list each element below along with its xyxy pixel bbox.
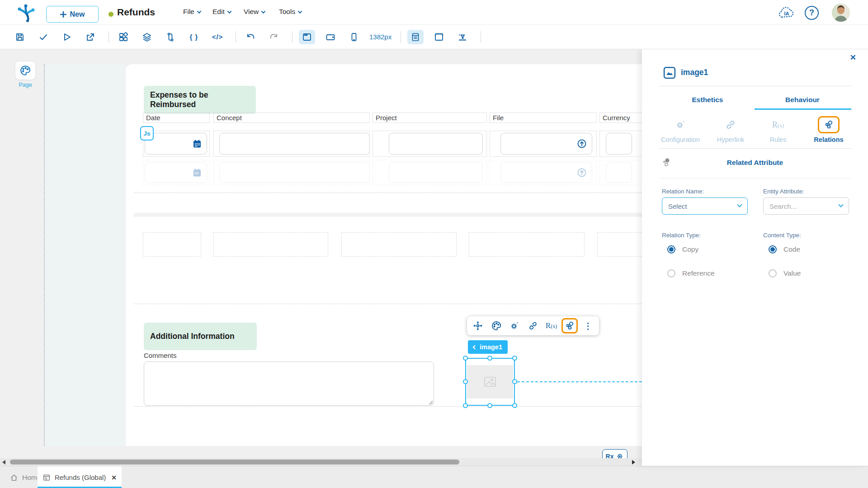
- selection-outline[interactable]: [465, 358, 515, 406]
- subtab-rules[interactable]: R(x) Rules: [758, 116, 798, 143]
- hyperlink-button[interactable]: [525, 318, 541, 333]
- layers-button[interactable]: [139, 30, 155, 44]
- scroll-right-arrow[interactable]: [632, 460, 635, 465]
- rules-button[interactable]: R(x): [543, 318, 560, 333]
- divider: [134, 406, 642, 407]
- empty-grid-cell[interactable]: [469, 232, 585, 257]
- move-button[interactable]: [470, 318, 486, 333]
- date-input[interactable]: [145, 133, 207, 155]
- tab-refunds-global[interactable]: Refunds (Global) ✕: [38, 466, 122, 488]
- window-preview-button[interactable]: [431, 30, 447, 44]
- scrollbar-thumb[interactable]: [10, 460, 459, 465]
- concept-input-ghost: [219, 162, 370, 183]
- configuration-button[interactable]: [506, 318, 523, 333]
- relations-button[interactable]: [561, 318, 578, 333]
- content-type-label: Content Type:: [763, 232, 801, 239]
- empty-grid-cell[interactable]: [213, 232, 328, 257]
- resize-handle[interactable]: [463, 356, 468, 361]
- filter-align-button[interactable]: [454, 30, 471, 44]
- menu-file[interactable]: File: [183, 8, 201, 16]
- ia-badge[interactable]: IA: [778, 6, 796, 20]
- chevron-down-icon: [197, 9, 202, 14]
- subtab-relations[interactable]: Relations: [802, 116, 855, 143]
- more-options-button[interactable]: ⋮: [580, 318, 596, 333]
- radio-selected-icon[interactable]: [667, 245, 675, 253]
- menu-view[interactable]: View: [244, 8, 265, 16]
- export-share-button[interactable]: [82, 30, 99, 44]
- column-header-currency[interactable]: Currency: [599, 113, 642, 123]
- braces-button[interactable]: { }: [186, 30, 202, 44]
- js-badge[interactable]: Js: [140, 126, 154, 141]
- resize-handle-icon[interactable]: [429, 400, 433, 405]
- undo-button[interactable]: [242, 30, 259, 44]
- relations-icon: [823, 119, 834, 130]
- esthetics-button[interactable]: [488, 318, 505, 333]
- tab-esthetics[interactable]: Esthetics: [669, 96, 746, 104]
- comments-textarea[interactable]: [144, 361, 434, 406]
- resize-handle[interactable]: [487, 356, 492, 361]
- column-header-concept[interactable]: Concept: [213, 113, 370, 123]
- project-input[interactable]: [389, 133, 483, 155]
- selected-element-chip[interactable]: image1: [468, 340, 508, 354]
- resize-handle[interactable]: [463, 403, 468, 408]
- menu-edit[interactable]: Edit: [212, 8, 231, 16]
- user-avatar[interactable]: [832, 4, 850, 22]
- components-button[interactable]: [115, 30, 132, 44]
- empty-grid-cell[interactable]: [143, 232, 201, 257]
- radio-unselected-icon[interactable]: [667, 269, 675, 277]
- radio-selected-icon[interactable]: [769, 245, 777, 253]
- selected-element-name: image1: [480, 343, 502, 351]
- radio-copy[interactable]: Copy: [667, 245, 698, 253]
- menu-tools[interactable]: Tools: [279, 8, 302, 16]
- redo-button[interactable]: [266, 30, 282, 44]
- resize-handle[interactable]: [512, 403, 517, 408]
- close-tab-icon[interactable]: ✕: [111, 474, 117, 481]
- divider: [134, 192, 642, 193]
- resize-handle[interactable]: [487, 403, 492, 408]
- column-header-date[interactable]: Date: [143, 113, 210, 123]
- desktop-view-button[interactable]: [299, 30, 315, 44]
- relation-name-select[interactable]: Select: [662, 197, 748, 215]
- mobile-view-button[interactable]: [346, 30, 362, 44]
- radio-code[interactable]: Code: [769, 245, 800, 253]
- column-header-file[interactable]: File: [490, 113, 597, 123]
- validate-button[interactable]: [35, 30, 52, 44]
- save-button[interactable]: [12, 30, 28, 44]
- tab-behaviour[interactable]: Behaviour: [764, 96, 841, 104]
- dataflow-button[interactable]: [162, 30, 179, 44]
- resize-handle[interactable]: [512, 379, 517, 384]
- toolbar-separator: [481, 31, 481, 43]
- radio-value[interactable]: Value: [769, 269, 801, 277]
- empty-grid-cell[interactable]: [341, 232, 457, 257]
- section-header-additional[interactable]: Additional Information: [144, 323, 257, 350]
- concept-input[interactable]: [219, 133, 370, 155]
- column-header-project[interactable]: Project: [373, 113, 487, 123]
- structure-panel-button[interactable]: [407, 30, 424, 44]
- page-margin-strip: [44, 64, 126, 446]
- help-button[interactable]: ?: [805, 6, 819, 20]
- horizontal-scrollbar[interactable]: [0, 458, 642, 466]
- empty-grid-cell[interactable]: [597, 232, 642, 257]
- file-input[interactable]: [500, 133, 592, 155]
- subtab-configuration[interactable]: Configuration: [655, 116, 706, 143]
- close-icon[interactable]: ✕: [850, 53, 856, 62]
- entity-attribute-select[interactable]: Search...: [763, 197, 849, 215]
- page-style-card[interactable]: [15, 61, 36, 80]
- currency-input[interactable]: [606, 133, 632, 155]
- scroll-left-arrow[interactable]: [2, 460, 5, 465]
- app-logo[interactable]: [15, 3, 35, 23]
- radio-unselected-icon[interactable]: [769, 269, 777, 277]
- tab-refunds-global-label: Refunds (Global): [55, 474, 106, 481]
- section-header-expenses[interactable]: Expenses to be Reimbursed: [144, 86, 256, 114]
- preview-play-button[interactable]: [59, 30, 75, 44]
- tablet-view-button[interactable]: [322, 30, 339, 44]
- resize-handle[interactable]: [463, 379, 468, 384]
- new-button[interactable]: New: [46, 6, 99, 23]
- canvas-width-value[interactable]: 1382px: [369, 33, 392, 41]
- source-code-button[interactable]: </>: [209, 30, 226, 44]
- upload-icon: [576, 138, 587, 149]
- rx-visibility-badge[interactable]: Rx: [602, 449, 627, 458]
- subtab-hyperlink[interactable]: Hyperlink: [708, 116, 753, 143]
- resize-handle[interactable]: [512, 356, 517, 361]
- radio-reference[interactable]: Reference: [667, 269, 715, 277]
